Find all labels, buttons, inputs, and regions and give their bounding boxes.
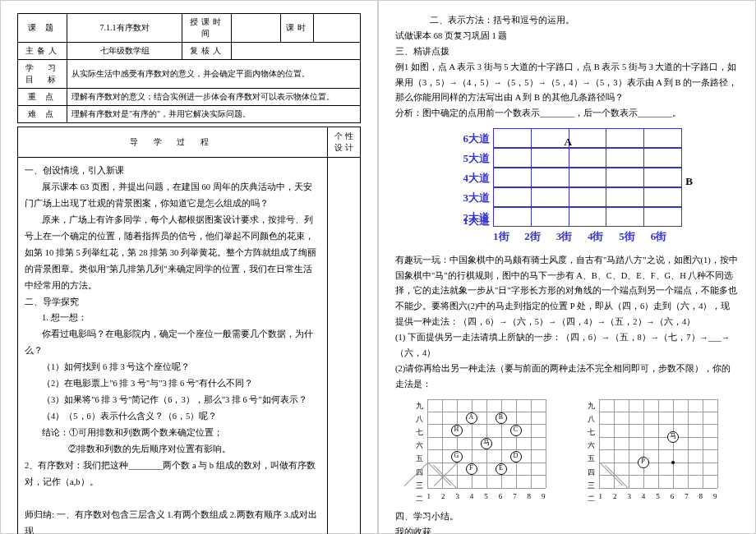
presenter-value: 七年级数学组 [67,43,182,60]
section4-title: 四、学习小结。 [395,509,739,525]
q5-text: （4）（5，6）表示什么含义？（6，5）呢？ [25,408,320,425]
piece-c: C [510,425,522,436]
topic-value: 7.1.1有序数对 [67,14,182,43]
h-label: 1 [427,490,431,503]
goal-value: 从实际生活中感受有序数对的意义，并会确定平面内物体的位置。 [67,60,361,89]
section2-title: 二、导学探究 [25,294,320,311]
col-label: 2街 [524,227,555,246]
h-label: 3 [455,490,459,503]
h-label: 6 [671,490,675,503]
v-label: 八 [416,412,423,426]
h-label: 1 [599,490,603,503]
conclusion1: 结论：①可用排数和列数两个数来确定位置； [25,425,320,441]
h-label: 9 [713,490,717,503]
q1-title: 1. 想一想： [25,310,320,326]
topic-label: 课 题 [18,14,67,43]
col-label: 6街 [651,227,682,246]
piece-h: H [451,425,463,436]
chess-board-1: 九 八 七 六 五 四 三 二 马 A B C D [416,399,547,503]
v-label: 二 [416,492,423,505]
key-label: 重 点 [18,89,67,106]
v-label: 八 [588,412,595,426]
reviewer-label: 复核人 [182,43,232,60]
col-label: 3街 [556,227,588,246]
h-label: 7 [513,490,517,503]
v-label: 五 [416,452,423,465]
col-label: 4街 [588,227,619,246]
v-label: 七 [588,426,595,439]
row-label: 1大道 [452,211,493,230]
analysis: 分析：图中确定的点用前一个数表示________，后一个数表示________。 [395,106,739,122]
section3-title: 三、精讲点拨 [395,44,739,60]
row-label: 4大道 [452,168,493,187]
diff-label: 难 点 [18,106,67,123]
design-column [328,158,361,534]
goal-label: 学 习 目 标 [18,60,67,89]
row-label: 6大道 [452,129,493,148]
reviewer-value [232,43,361,60]
h-label: 2 [613,490,617,503]
blank-line [434,527,598,534]
v-label: 九 [588,399,595,412]
chess-dot [671,461,675,464]
v-label: 六 [416,439,423,452]
h-label: 5 [484,490,488,503]
example1: 例1 如图，点 A 表示 3 街与 5 大道的十字路口，点 B 表示 5 街与 … [395,60,739,107]
col-label: 1街 [493,227,524,246]
v-label: 五 [588,452,595,465]
v-label: 六 [588,439,595,452]
r-practice: 试做课本 68 页复习巩固 1 题 [395,29,739,44]
piece-e: E [496,463,507,475]
process-header: 导 学 过 程 个 性 设 计 [17,127,361,158]
q1-text: 你看过电影吗？在电影院内，确定一个座位一般需要几个数据，为什么？ [25,326,320,359]
chess-boards: 九 八 七 六 五 四 三 二 马 A B C D [395,399,739,503]
piece-a: A [466,412,477,424]
section1-p1: 展示课本 63 页图，并提出问题，在建国 60 周年的庆典活动中，天安门广场上出… [25,179,320,212]
piece-b: B [496,412,507,424]
fun-exercise: 有趣玩一玩：中国象棋中的马颇有骑士风度，自古有"马踏八方"之说，如图六(1)，按… [395,253,739,330]
piece-ma: 马 [481,438,492,449]
section4-gain: 我的收获 [395,525,739,534]
period-value [314,14,361,43]
teacher-summary: 师归纳: 一、有序数对包含三层含义 1.有两个数组成 2.两数有顺序 3.成对出… [25,507,320,534]
chess-board-2: 九 八 七 六 五 四 三 二 马 P 123456789 [588,399,719,503]
marker-b: B [685,172,693,191]
row-label: 5大道 [452,149,493,168]
street-grid-diagram: 6大道A 5大道 4大道B 3大道 2大道 1大道 1街 2街 3街 4街 5街… [452,128,682,246]
conclusion2: ②排数和列数的先后顺序对位置有影响。 [25,441,320,458]
gain-label: 我的收获 [395,527,434,534]
h-label: 8 [699,490,703,503]
v-label: 三 [588,479,595,492]
h-label: 8 [528,490,532,503]
row-label: 3大道 [452,188,493,207]
piece-g: G [451,451,463,463]
piece-ma2: 马 [667,431,679,443]
lesson-header-table: 课 题 7.1.1有序数对 授课时间 课时 主备人 七年级数学组 复核人 学 习… [17,13,361,123]
design-label: 个 性 设 计 [328,127,361,158]
h-label: 9 [542,490,546,503]
h-label: 7 [685,490,689,503]
h-label: 6 [499,490,503,503]
v-label: 二 [588,492,595,505]
piece-d: D [510,451,522,463]
piece-f: F [466,463,477,475]
fun-q1: (1) 下面提供另一走法请填上所缺的一步：（四，6）→（五，8）→（七，7）→_… [395,330,739,361]
period-label: 课时 [281,14,314,43]
q2-text: （1）如何找到 6 排 3 号这个座位呢？ [25,359,320,375]
h-label: 5 [656,490,660,503]
v-label: 四 [588,466,595,479]
col-label: 5街 [619,227,650,246]
h-label: 3 [627,490,631,503]
section1-title: 一、创设情境，引入新课 [25,163,320,179]
section1-p2: 原来，广场上有许多同学，每个人都根据图案设计要求，按排号、列号上在一个确定的位置… [25,212,320,294]
v-label: 九 [416,399,423,412]
r-method: 二、表示方法：括号和逗号的运用。 [395,13,739,29]
q4-text: （3）如果将"6 排 3 号"简记作（6，3），那么"3 排 6 号"如何表示？ [25,392,320,408]
v-label: 三 [416,479,423,492]
definition: 2、有序数对：我们把这种________两个数 a 与 b 组成的数对，叫做有序… [25,458,320,490]
key-value: 理解有序数对的意义；结合实例进一步体会有序数对可以表示物体位置。 [67,89,361,106]
piece-p: P [638,457,649,468]
time-value [232,14,281,43]
time-label: 授课时间 [182,14,232,43]
content-main: 一、创设情境，引入新课 展示课本 63 页图，并提出问题，在建国 60 周年的庆… [17,158,328,534]
